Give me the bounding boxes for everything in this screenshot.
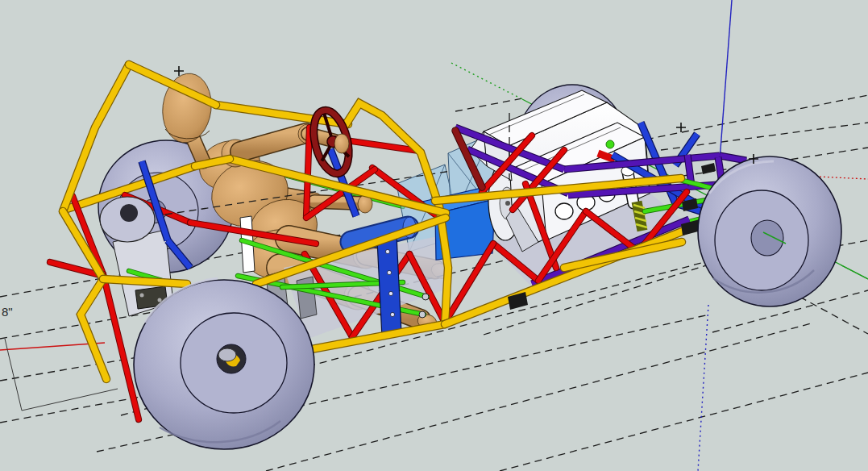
model-canvas[interactable]: 8"	[0, 0, 868, 471]
pedal-bulkhead[interactable]	[377, 235, 401, 337]
front-left-wheel[interactable]	[134, 278, 314, 449]
cad-viewport[interactable]: 8"	[0, 0, 868, 471]
dummy-hand[interactable]	[334, 134, 349, 153]
rear-right-wheel[interactable]	[698, 156, 841, 306]
dimension-label: 8"	[2, 305, 13, 319]
